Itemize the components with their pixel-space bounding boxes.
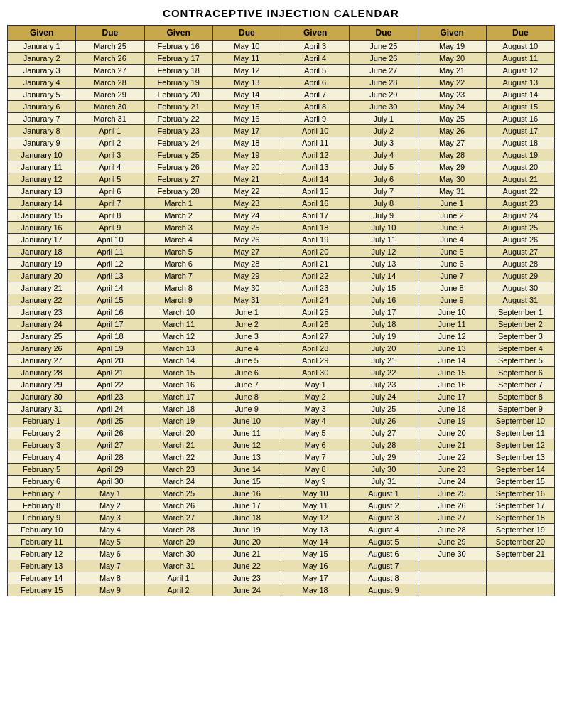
table-cell: May 9 [76,584,144,596]
table-cell: July 8 [350,198,418,210]
table-body: Janurary 1March 25February 16May 10April… [8,41,555,596]
table-cell: August 12 [486,65,554,77]
table-cell: June 21 [418,439,486,451]
table-cell: May 9 [281,476,350,488]
table-cell: March 18 [144,403,212,415]
table-cell: April 9 [281,113,350,125]
table-cell: March 29 [144,536,212,548]
table-cell: June 24 [418,476,486,488]
table-cell: Janurary 14 [8,198,76,210]
table-cell: June 15 [418,367,486,379]
table-cell: March 29 [76,89,144,101]
table-cell: May 4 [281,415,350,427]
table-cell: Janurary 9 [8,137,76,149]
table-cell: May 12 [212,65,281,77]
table-cell: April 26 [76,427,144,439]
table-cell: April 27 [76,439,144,451]
table-cell: Janurary 24 [8,318,76,331]
table-cell: April 29 [76,464,144,476]
table-cell: April 8 [281,101,350,113]
table-row: February 1April 25March 19June 10May 4Ju… [8,415,555,427]
table-cell: June 20 [418,427,486,439]
table-cell: March 17 [144,391,212,403]
table-cell: June 5 [212,355,281,367]
table-cell: March 25 [76,41,144,53]
table-row: Janurary 25April 18March 12June 3April 2… [8,331,555,343]
table-cell: April 15 [76,294,144,306]
table-cell: May 20 [418,53,486,65]
table-cell: February 2 [8,427,76,439]
table-cell: July 1 [350,113,418,125]
table-cell: June 10 [212,415,281,427]
table-cell: March 30 [144,548,212,560]
table-cell: May 11 [281,500,350,512]
table-cell: August 21 [486,173,554,186]
table-cell: May 13 [281,524,350,536]
table-cell: April 23 [281,282,350,294]
table-cell: July 29 [350,451,418,464]
table-cell: July 22 [350,367,418,379]
table-cell: February 17 [144,53,212,65]
table-cell: August 16 [486,113,554,125]
table-cell: June 16 [418,379,486,391]
table-cell: July 14 [350,270,418,282]
table-cell: July 6 [350,173,418,186]
table-cell: Janurary 20 [8,270,76,282]
table-cell: February 23 [144,125,212,137]
table-cell: July 17 [350,306,418,318]
table-cell: June 22 [418,451,486,464]
table-cell: March 8 [144,282,212,294]
table-row: February 7May 1March 25June 16May 10Augu… [8,488,555,500]
table-cell: May 15 [212,101,281,113]
table-cell: June 7 [212,379,281,391]
table-cell: February 24 [144,137,212,149]
table-cell: June 30 [418,548,486,560]
table-cell [418,584,486,596]
table-cell: July 12 [350,246,418,258]
table-cell: February 22 [144,113,212,125]
table-cell: July 28 [350,439,418,451]
table-row: Janurary 1March 25February 16May 10April… [8,41,555,53]
table-cell: August 27 [486,246,554,258]
table-cell: May 10 [212,41,281,53]
table-cell: September 12 [486,439,554,451]
table-cell: June 17 [418,391,486,403]
table-cell: March 30 [76,101,144,113]
table-cell: April 22 [76,379,144,391]
table-cell: April 1 [144,572,212,584]
table-cell: May 18 [212,137,281,149]
table-cell: September 1 [486,306,554,318]
table-cell: Janurary 31 [8,403,76,415]
table-cell: March 1 [144,198,212,210]
table-row: Janurary 31April 24March 18June 9May 3Ju… [8,403,555,415]
table-cell: June 9 [418,294,486,306]
table-cell: May 21 [212,173,281,186]
table-cell: March 2 [144,210,212,222]
table-cell: February 27 [144,173,212,186]
table-cell: July 5 [350,161,418,173]
table-cell: May 16 [281,560,350,572]
table-cell: June 28 [350,77,418,89]
table-cell [418,572,486,584]
table-cell: Janurary 6 [8,101,76,113]
table-cell: July 24 [350,391,418,403]
table-cell: June 3 [418,222,486,234]
header-given-3: Given [281,26,350,41]
table-row: Janurary 3March 27February 18May 12April… [8,65,555,77]
table-cell: July 19 [350,331,418,343]
table-cell: April 18 [76,331,144,343]
table-cell: Janurary 13 [8,186,76,198]
table-cell: April 29 [281,355,350,367]
table-cell: April 3 [281,41,350,53]
table-cell: May 6 [281,439,350,451]
table-cell: April 14 [76,282,144,294]
table-cell: June 24 [212,584,281,596]
table-cell: March 27 [144,512,212,524]
table-cell: September 5 [486,355,554,367]
table-cell: June 27 [350,65,418,77]
table-cell: Janurary 15 [8,210,76,222]
table-cell: March 12 [144,331,212,343]
table-cell: May 31 [418,186,486,198]
table-cell: February 15 [8,584,76,596]
table-row: February 10May 4March 28June 19May 13Aug… [8,524,555,536]
